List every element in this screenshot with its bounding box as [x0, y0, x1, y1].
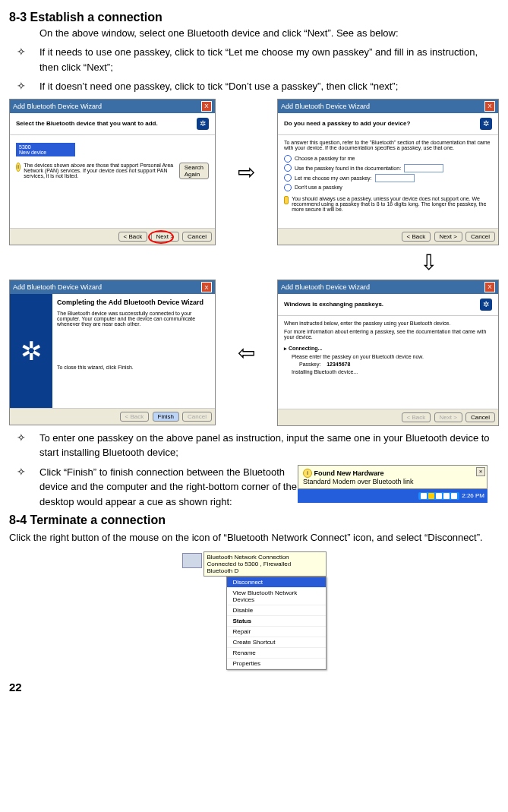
- search-again-button[interactable]: Search Again: [179, 163, 209, 179]
- found-hardware-figure: × i Found New Hardware Standard Modem ov…: [298, 465, 487, 503]
- wizard-exchanging: Add Bluetooth Device Wizard X Windows is…: [277, 280, 499, 426]
- device-item[interactable]: 5300 New device: [16, 143, 75, 156]
- cancel-button: Cancel: [182, 412, 212, 422]
- arrow-down-icon: ⇩: [358, 250, 499, 275]
- completing-text: The Bluetooth device was successfully co…: [57, 311, 210, 327]
- menu-repair[interactable]: Repair: [227, 627, 326, 637]
- radio-icon[interactable]: [284, 164, 292, 172]
- back-button[interactable]: < Back: [402, 232, 431, 242]
- exchanging-header: Windows is exchanging passkeys.: [284, 301, 383, 308]
- menu-disconnect[interactable]: Disconnect: [227, 577, 326, 588]
- menu-create-shortcut[interactable]: Create Shortcut: [227, 637, 326, 648]
- network-tooltip: Bluetooth Network Connection Connected t…: [204, 551, 327, 577]
- arrow-left-icon: ⇦: [238, 340, 255, 365]
- network-icon[interactable]: [182, 553, 202, 568]
- menu-properties[interactable]: Properties: [227, 659, 326, 669]
- wizard-title: Add Bluetooth Device Wizard: [13, 283, 102, 291]
- passkey-input[interactable]: [404, 164, 443, 172]
- select-header: Select the Bluetooth device that you wan…: [16, 120, 158, 127]
- finish-button[interactable]: Finish: [153, 412, 179, 422]
- bluetooth-icon: ✲: [197, 118, 209, 130]
- passkey-warning: You should always use a passkey, unless …: [292, 196, 492, 212]
- system-tray[interactable]: [418, 492, 459, 500]
- info-icon: i: [303, 469, 312, 478]
- wizard-title: Add Bluetooth Device Wizard: [281, 283, 370, 291]
- taskbar: 2:26 PM: [298, 489, 487, 503]
- menu-rename[interactable]: Rename: [227, 648, 326, 659]
- radio-icon[interactable]: [284, 155, 292, 163]
- cancel-button[interactable]: Cancel: [182, 232, 212, 242]
- next-button: Next >: [434, 412, 462, 422]
- passkey-input[interactable]: [375, 174, 415, 182]
- cancel-button[interactable]: Cancel: [465, 412, 495, 422]
- menu-view-devices[interactable]: View Bluetooth Network Devices: [227, 588, 326, 605]
- info-icon: i: [16, 163, 21, 172]
- bullet-2: If it doesn’t need one passkey, click to…: [39, 79, 499, 94]
- passkey-intro: To answer this question, refer to the "B…: [284, 140, 492, 150]
- page-number: 22: [9, 681, 499, 694]
- diamond-icon: ✧: [17, 431, 26, 460]
- radio-icon[interactable]: [284, 184, 292, 191]
- section-8-3-heading: 8-3 Establish a connection: [9, 11, 499, 24]
- diamond-icon: ✧: [17, 45, 26, 74]
- back-button: < Back: [402, 412, 431, 422]
- back-button: < Back: [120, 412, 150, 422]
- select-note: The devices shown above are those that s…: [24, 163, 174, 179]
- close-icon[interactable]: ×: [476, 467, 485, 476]
- next-button[interactable]: Next >: [434, 232, 462, 242]
- diamond-icon: ✧: [17, 465, 26, 480]
- close-icon[interactable]: X: [201, 282, 212, 292]
- wizard-select-device: Add Bluetooth Device Wizard X Select the…: [9, 99, 216, 245]
- radio-icon[interactable]: [284, 174, 292, 182]
- back-button[interactable]: < Back: [118, 232, 148, 242]
- completing-header: Completing the Add Bluetooth Device Wiza…: [57, 299, 204, 306]
- wizard-completing: Add Bluetooth Device Wizard X ✲ Completi…: [9, 280, 216, 425]
- context-menu: Disconnect View Bluetooth Network Device…: [226, 577, 327, 670]
- intro-text: On the above window, select one Bluetoot…: [39, 27, 499, 39]
- wizard-title: Add Bluetooth Device Wizard: [13, 103, 102, 110]
- clock: 2:26 PM: [462, 492, 484, 499]
- section-8-4-text: Click the right button of the mouse on t…: [9, 530, 499, 545]
- wizard-title: Add Bluetooth Device Wizard: [281, 103, 370, 110]
- bullet-4: Click “Finish” to finish connection betw…: [39, 465, 298, 510]
- passkey-header: Do you need a passkey to add your device…: [284, 120, 410, 127]
- completing-close-hint: To close this wizard, click Finish.: [57, 365, 210, 370]
- section-8-4-heading: 8-4 Terminate a connection: [9, 513, 499, 527]
- highlight-circle: [148, 230, 174, 244]
- arrow-right-icon: ⇨: [238, 160, 255, 185]
- menu-disable[interactable]: Disable: [227, 605, 326, 616]
- bluetooth-icon: ✲: [21, 336, 42, 366]
- close-icon[interactable]: X: [201, 101, 212, 112]
- diamond-icon: ✧: [17, 79, 26, 94]
- bullet-1: If it needs to use one passkey, click to…: [39, 45, 499, 74]
- menu-status[interactable]: Status: [227, 616, 326, 627]
- bluetooth-icon: ✲: [480, 118, 492, 130]
- balloon-tooltip: × i Found New Hardware Standard Modem ov…: [298, 465, 487, 489]
- cancel-button[interactable]: Cancel: [465, 232, 495, 242]
- bluetooth-icon: ✲: [480, 299, 492, 311]
- close-icon[interactable]: X: [484, 282, 495, 292]
- close-icon[interactable]: X: [484, 101, 495, 112]
- wizard-passkey-question: Add Bluetooth Device Wizard X Do you nee…: [277, 99, 499, 245]
- bullet-3: To enter one passkey on the above panel …: [39, 431, 499, 460]
- warning-icon: [284, 196, 289, 204]
